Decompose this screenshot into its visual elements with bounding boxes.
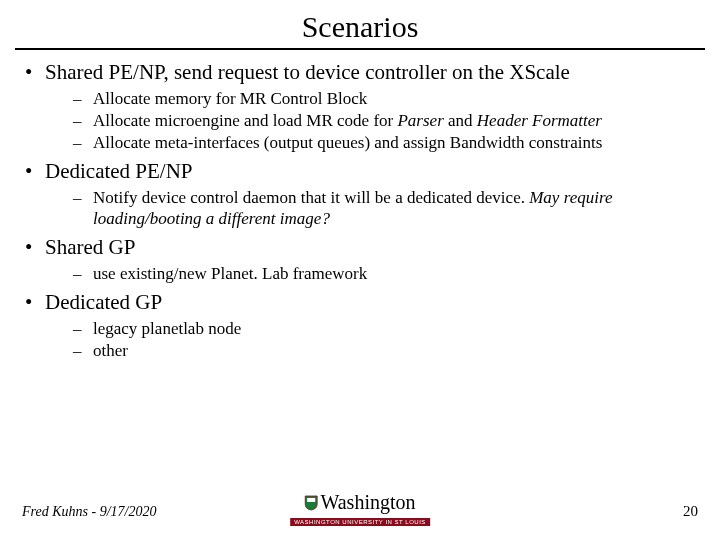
footer-university-name: Washington [320,491,415,513]
sub-bullet-item: use existing/new Planet. Lab framework [73,263,705,284]
sub-bullet-item: Allocate meta-interfaces (output queues)… [73,132,705,153]
sub-bullet-item: other [73,340,705,361]
bullet-text: Dedicated GP [25,290,705,316]
sub-bullet-item: Notify device control daemon that it wil… [73,187,705,230]
bullet-item: Dedicated PE/NPNotify device control dae… [25,159,705,229]
sub-bullet-item: Allocate microengine and load MR code fo… [73,110,705,131]
bullet-item: Shared GPuse existing/new Planet. Lab fr… [25,235,705,284]
sub-bullet-list: use existing/new Planet. Lab framework [25,263,705,284]
footer-author-date: Fred Kuhns - 9/17/2020 [22,504,156,520]
sub-bullet-list: Notify device control daemon that it wil… [25,187,705,230]
bullet-text: Shared GP [25,235,705,261]
shield-icon [304,495,318,511]
footer-logo: Washington WASHINGTON UNIVERSITY IN ST L… [290,492,430,528]
sub-bullet-list: legacy planetlab nodeother [25,318,705,362]
slide-title: Scenarios [15,10,705,44]
svg-rect-0 [307,498,315,502]
bullet-item: Dedicated GPlegacy planetlab nodeother [25,290,705,361]
slide-footer: Fred Kuhns - 9/17/2020 Washington WASHIN… [0,496,720,530]
title-divider [15,48,705,50]
bullet-item: Shared PE/NP, send request to device con… [25,60,705,153]
bullet-text: Shared PE/NP, send request to device con… [25,60,705,86]
sub-bullet-list: Allocate memory for MR Control BlockAllo… [25,88,705,154]
sub-bullet-item: Allocate memory for MR Control Block [73,88,705,109]
footer-banner: WASHINGTON UNIVERSITY IN ST LOUIS [290,518,430,526]
sub-bullet-item: legacy planetlab node [73,318,705,339]
footer-page-number: 20 [683,503,698,520]
bullet-text: Dedicated PE/NP [25,159,705,185]
bullet-list: Shared PE/NP, send request to device con… [15,60,705,361]
slide-content: Shared PE/NP, send request to device con… [15,60,705,361]
